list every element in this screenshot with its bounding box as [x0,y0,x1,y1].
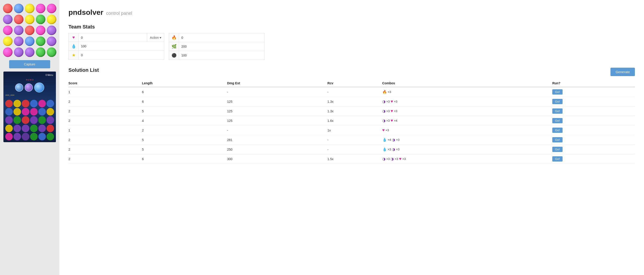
wood-input[interactable] [179,43,264,50]
main-content: pndsolver control panel Team Stats ♥ Act… [59,0,644,275]
fire-input[interactable] [179,34,264,41]
cell-dmg-est: 125 [227,106,327,116]
col-length: Length [142,79,227,87]
stats-grid: ♥ Action ▾ 💧 [68,33,635,60]
fire-icon: 🔥 [169,33,179,42]
stat-row-star: ★ [68,51,164,60]
team-stats-title: Team Stats [68,24,635,30]
action-dropdown[interactable]: Action ▾ [147,33,164,42]
water-input[interactable] [79,43,164,50]
cell-score: 2 [68,106,142,116]
cell-combos: ◑×3 ♥×3 [382,106,552,116]
cell-length: 4 [142,116,227,126]
cell-run: Go! [552,126,635,135]
heart-icon: ♥ [69,33,79,42]
combo-count: ×3 [386,119,390,122]
game-orb-grid [5,100,54,140]
cell-rcv: - [327,145,382,154]
cell-rcv: 1.6x [327,116,382,126]
capture-button[interactable]: Capture [9,60,50,68]
combo-count: ×4 [388,138,391,141]
orb-pink [36,25,46,35]
stats-right-column: 🔥 🌿 ⚫ [169,33,265,60]
cell-length: 6 [142,154,227,164]
orb-green [47,47,56,57]
orb-yellow [3,36,12,46]
cell-dmg-est: - [227,126,327,135]
table-row: 241251.6x◑×3 ♥×4 Go! [68,116,635,126]
table-row: 25281-💧×4 ◑×3 Go! [68,135,635,145]
orb-pink [3,47,12,57]
cell-combos: ◑×3 ♥×3 [382,97,552,106]
go-button-3[interactable]: Go! [552,118,562,123]
combo-icon: ◑ [382,99,386,104]
orb-purple [3,14,12,24]
cell-length: 6 [142,97,227,106]
go-button-4[interactable]: Go! [552,128,562,133]
combo-count: ×3 [386,128,389,132]
table-row: 12-1x♥×3 Go! [68,126,635,135]
go-button-6[interactable]: Go! [552,147,562,152]
game-screenshot: 0 Menu In 2 In 3 1624_1624 [4,71,56,142]
stats-left-column: ♥ Action ▾ 💧 [68,33,164,60]
game-top-bar: 0 Menu [5,73,54,77]
cell-run: Go! [552,135,635,145]
orb-red [25,25,34,35]
stat-row-water: 💧 [68,42,164,51]
cell-length: 5 [142,106,227,116]
cell-run: Go! [552,106,635,116]
orb-purple [14,25,24,35]
solution-list-section: Solution List Generate Score Length Dmg … [68,67,635,164]
orb-purple [25,47,34,57]
orb-red [3,4,12,13]
orb-pink [47,4,56,13]
combo-icon: ♥ [382,128,385,133]
cell-run: Go! [552,145,635,154]
orb-green [36,47,46,57]
combo-icon: ♥ [390,99,393,104]
dropdown-chevron-icon: ▾ [160,36,161,39]
table-header-row: Score Length Dmg Est Rcv Combos Run? [68,79,635,87]
app-subtitle: control panel [106,11,132,16]
star-input[interactable] [79,51,164,59]
combo-count: ×3 [396,148,400,151]
cell-run: Go! [552,87,635,97]
cell-run: Go! [552,154,635,164]
combo-icon: ◑ [392,147,395,152]
cell-dmg-est: 125 [227,97,327,106]
cell-rcv: 1.3x [327,106,382,116]
go-button-5[interactable]: Go! [552,137,562,142]
cell-run: Go! [552,116,635,126]
combo-count: ×3 [394,100,398,103]
orb-yellow [25,14,34,24]
dark-input[interactable] [179,52,264,59]
wood-icon: 🌿 [169,42,179,51]
solution-list-header: Solution List Generate [68,67,635,76]
go-button-0[interactable]: Go! [552,89,562,95]
generate-button[interactable]: Generate [610,68,635,76]
solution-list-title: Solution List [68,67,99,73]
orb-blue [25,36,34,46]
combo-count: ×3 [386,109,390,113]
cell-dmg-est: 300 [227,154,327,164]
dark-icon: ⚫ [169,51,179,60]
page-header: pndsolver control panel [68,8,635,17]
col-score: Score [68,79,142,87]
go-button-2[interactable]: Go! [552,108,562,114]
table-row: 261251.3x◑×3 ♥×3 Go! [68,97,635,106]
cell-dmg-est: 250 [227,145,327,154]
heart-input[interactable] [79,34,147,41]
cell-score: 2 [68,154,142,164]
cell-combos: ◑×3 ◑×3 ♥×3 [382,154,552,164]
stat-row-fire: 🔥 [169,33,265,42]
go-button-7[interactable]: Go! [552,156,562,162]
cell-score: 2 [68,145,142,154]
orb-purple [14,47,24,57]
combo-icon: ◑ [382,157,386,161]
go-button-1[interactable]: Go! [552,99,562,104]
combo-icon: 🔥 [382,90,387,94]
water-icon: 💧 [69,42,79,51]
col-run: Run? [552,79,635,87]
table-row: 25250-💧×3 ◑×3 Go! [68,145,635,154]
game-monsters [5,82,54,93]
